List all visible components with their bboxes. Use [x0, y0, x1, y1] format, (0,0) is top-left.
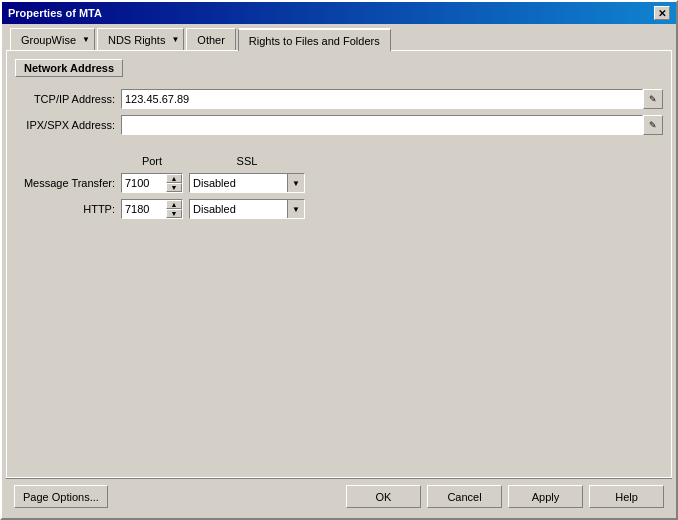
tcpip-input-wrap: ✎ [121, 89, 663, 109]
sub-tabs-row: Network Address [15, 59, 663, 77]
message-transfer-label: Message Transfer: [15, 177, 115, 189]
tab-rights[interactable]: Rights to Files and Folders [238, 28, 391, 51]
ipxspx-edit-button[interactable]: ✎ [643, 115, 663, 135]
ipxspx-row: IPX/SPX Address: ✎ [15, 115, 663, 135]
ssl-header-label: SSL [189, 155, 305, 167]
dropdown-icon-2: ▼ [292, 205, 300, 214]
message-transfer-ssl-wrap: Disabled ▼ [189, 173, 305, 193]
spacer [15, 223, 663, 469]
apply-button[interactable]: Apply [508, 485, 583, 508]
sub-tab-network[interactable]: Network Address [15, 59, 123, 77]
http-spin: ▲ ▼ [166, 200, 182, 218]
form-section: TCP/IP Address: ✎ IPX/SPX Address: ✎ [15, 85, 663, 223]
message-transfer-spin-up[interactable]: ▲ [166, 174, 182, 183]
window-title: Properties of MTA [8, 7, 102, 19]
http-ssl-wrap: Disabled ▼ [189, 199, 305, 219]
bottom-bar: Page Options... OK Cancel Apply Help [6, 478, 672, 514]
tab-other-label: Other [197, 34, 225, 46]
tab-groupwise-arrow: ▼ [82, 35, 90, 44]
tab-groupwise-label: GroupWise [21, 34, 76, 46]
tabs-row: GroupWise ▼ NDS Rights ▼ Other Rights to… [6, 28, 672, 50]
tab-nds-label: NDS Rights [108, 34, 165, 46]
message-transfer-ssl-dropdown[interactable]: ▼ [287, 174, 304, 192]
tab-nds-arrow: ▼ [171, 35, 179, 44]
http-label: HTTP: [15, 203, 115, 215]
dropdown-icon-1: ▼ [292, 179, 300, 188]
tab-nds[interactable]: NDS Rights ▼ [97, 28, 184, 50]
http-ssl-value: Disabled [190, 202, 287, 216]
close-button[interactable]: ✕ [654, 6, 670, 20]
page-options-button[interactable]: Page Options... [14, 485, 108, 508]
message-transfer-spin-down[interactable]: ▼ [166, 183, 182, 192]
tcpip-label: TCP/IP Address: [15, 93, 115, 105]
tcpip-edit-button[interactable]: ✎ [643, 89, 663, 109]
message-transfer-ssl-value: Disabled [190, 176, 287, 190]
sub-tab-network-label: Network Address [24, 62, 114, 74]
message-transfer-port-wrap: ▲ ▼ [121, 173, 183, 193]
message-transfer-port-input[interactable] [122, 174, 166, 192]
ipxspx-input-wrap: ✎ [121, 115, 663, 135]
port-ssl-headers: Port SSL [15, 155, 663, 167]
http-port-input[interactable] [122, 200, 166, 218]
http-row: HTTP: ▲ ▼ Disabled ▼ [15, 199, 663, 219]
tcpip-row: TCP/IP Address: ✎ [15, 89, 663, 109]
help-button[interactable]: Help [589, 485, 664, 508]
tab-panel: Network Address TCP/IP Address: ✎ [6, 50, 672, 478]
divider-1 [15, 141, 663, 149]
http-spin-down[interactable]: ▼ [166, 209, 182, 218]
http-spin-up[interactable]: ▲ [166, 200, 182, 209]
cancel-button[interactable]: Cancel [427, 485, 502, 508]
http-ssl-dropdown[interactable]: ▼ [287, 200, 304, 218]
message-transfer-row: Message Transfer: ▲ ▼ Disabled ▼ [15, 173, 663, 193]
ok-button[interactable]: OK [346, 485, 421, 508]
ipxspx-label: IPX/SPX Address: [15, 119, 115, 131]
edit-icon-2: ✎ [649, 120, 657, 130]
message-transfer-spin: ▲ ▼ [166, 174, 182, 192]
port-header-label: Port [121, 155, 183, 167]
content-area: GroupWise ▼ NDS Rights ▼ Other Rights to… [2, 24, 676, 518]
edit-icon: ✎ [649, 94, 657, 104]
title-bar: Properties of MTA ✕ [2, 2, 676, 24]
ipxspx-input[interactable] [121, 115, 643, 135]
http-port-wrap: ▲ ▼ [121, 199, 183, 219]
action-buttons: OK Cancel Apply Help [346, 485, 664, 508]
tab-other[interactable]: Other [186, 28, 236, 50]
tab-rights-label: Rights to Files and Folders [249, 35, 380, 47]
main-window: Properties of MTA ✕ GroupWise ▼ NDS Righ… [0, 0, 678, 520]
tab-groupwise[interactable]: GroupWise ▼ [10, 28, 95, 50]
tcpip-input[interactable] [121, 89, 643, 109]
